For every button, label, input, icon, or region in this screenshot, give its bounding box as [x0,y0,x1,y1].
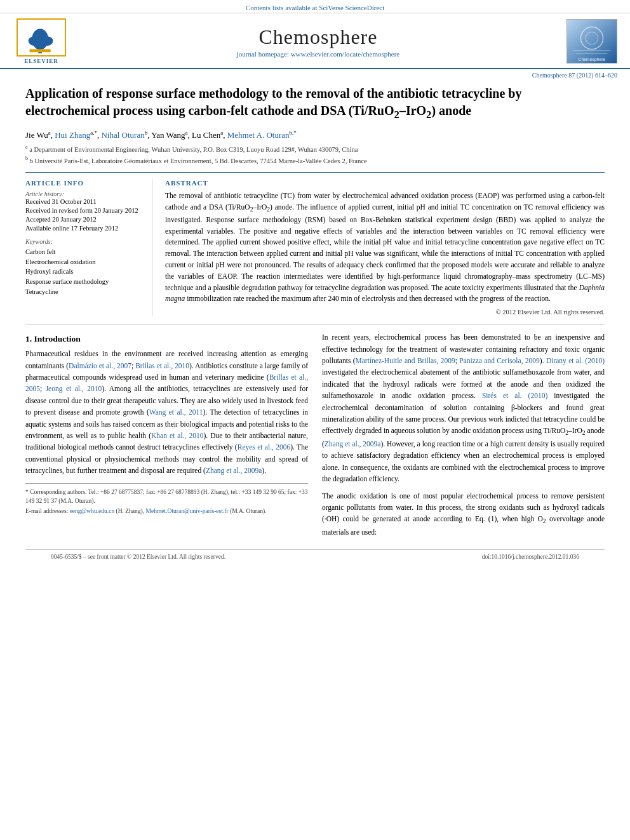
article-info-heading: ARTICLE INFO [25,179,143,187]
author-mehmet-oturan: Mehmet A. Oturan [227,130,290,140]
body-right-col: In recent years, electrochemical process… [322,331,605,543]
issn-line: 0045-6535/$ – see front matter © 2012 El… [51,554,225,560]
author-hui-zhang: Hui Zhang [55,130,90,140]
homepage-label: journal homepage: [237,50,289,58]
main-content: Application of response surface methodol… [0,79,630,577]
journal-cover-image: Chemosphere [567,19,617,63]
ref-panizza[interactable]: Panizza and Cerisola, 2009 [459,357,540,364]
received-date: Received 31 October 2011 [25,198,143,205]
section-divider [25,324,605,325]
elsevier-logo-icon [18,17,65,58]
intro-heading: 1. Introduction [25,334,308,344]
ref-jeong[interactable]: Jeong et al., 2010 [46,385,102,392]
page: Contents lists available at SciVerse Sci… [0,0,630,840]
sub2: 2 [426,109,431,121]
author-yan-wang: Yan Wang [151,130,185,140]
ref-martinez[interactable]: Martínez-Huitle and Brillas, 2009 [356,357,455,364]
svg-rect-4 [30,49,51,52]
email-hint-1: (H. Zhang), [114,508,145,514]
body-section: 1. Introduction Pharmaceutical residues … [25,331,605,543]
ref-reyes[interactable]: Reyes et al., 2006 [238,443,291,451]
keyword-4: Response surface methodology [25,277,143,287]
keywords-label: Keywords: [25,238,143,245]
journal-homepage: journal homepage: www.elsevier.com/locat… [70,50,566,58]
keyword-3: Hydroxyl radicals [25,267,143,277]
copyright-line: © 2012 Elsevier Ltd. All rights reserved… [165,309,605,316]
email-hint-2: (M.A. Oturan). [229,508,267,514]
footnote-area: * Corresponding authors. Tel.: +86 27 68… [25,483,308,516]
daphnia-magna-italic: Daphnia magna [165,284,605,303]
authors: Jie Wua, Hui Zhanga,*, Nihal Oturanb, Ya… [25,129,605,142]
body-right-para-1: In recent years, electrochemical process… [322,331,605,484]
online-date: Available online 17 February 2012 [25,225,143,232]
email-link-1[interactable]: eeng@whu.edu.cn [70,508,114,514]
svg-point-3 [41,36,53,46]
ref-sires[interactable]: Sirés et al. (2010) [482,392,547,399]
abstract-col: ABSTRACT The removal of antibiotic tetra… [165,179,605,316]
bottom-bar: 0045-6535/$ – see front matter © 2012 El… [25,549,605,564]
sub1: 2 [394,109,399,121]
journal-thumbnail: Chemosphere [566,19,617,63]
elsevier-wordmark: ELSEVIER [24,58,58,64]
svg-text:Chemosphere: Chemosphere [579,57,606,62]
affiliation-b: b b Université Paris-Est, Laboratoire Gé… [25,155,605,166]
author-nihal-oturan: Nihal Oturan [101,130,144,140]
homepage-url[interactable]: www.elsevier.com/locate/chemosphere [291,50,400,58]
footnote-asterisk: * Corresponding authors. Tel.: +86 27 68… [25,488,308,506]
elsevier-logo: ELSEVIER [13,18,70,64]
article-ref-text: Chemosphere 87 (2012) 614–620 [532,72,617,79]
author-lu-chen: Lu Chen [192,130,220,140]
article-reference: Chemosphere 87 (2012) 614–620 [0,69,630,79]
elsevier-box [17,18,66,57]
svg-rect-5 [567,20,617,63]
abstract-heading: ABSTRACT [165,179,605,187]
author-jie-wu: Jie Wua [25,130,51,140]
email-link-2[interactable]: Mehmet.Oturan@univ-paris-est.fr [145,508,228,514]
revised-date: Received in revised form 20 January 2012 [25,207,143,214]
article-title: Application of response surface methodol… [25,85,605,123]
ref-brillas-2010[interactable]: Brillas et al., 2010 [135,362,189,370]
body-right-para-2: The anodic oxidation is one of most popu… [322,490,605,538]
title-text: Application of response surface methodol… [25,86,521,117]
sciverse-label: Contents lists available at SciVerse Sci… [246,4,384,11]
ref-wang-2011[interactable]: Wang et al., 2011 [149,408,203,416]
info-abstract-section: ARTICLE INFO Article history: Received 3… [25,172,605,316]
email-label: E-mail addresses: [25,508,70,514]
top-bar: Contents lists available at SciVerse Sci… [0,0,630,13]
keyword-5: Tetracycline [25,287,143,297]
article-info-col: ARTICLE INFO Article history: Received 3… [25,179,152,316]
journal-center: Chemosphere journal homepage: www.elsevi… [70,25,566,58]
ref-zhang-2009a-2[interactable]: Zhang et al., 2009a [325,440,381,448]
footnote-email: E-mail addresses: eeng@whu.edu.cn (H. Zh… [25,507,308,516]
svg-point-2 [29,36,41,46]
article-history-label: Article history: [25,190,143,197]
body-para-1: Pharmaceutical residues in the environme… [25,348,308,476]
ref-khan[interactable]: Khan et al., 2010 [151,432,203,439]
abstract-text: The removal of antibiotic tetracycline (… [165,190,605,305]
journal-name: Chemosphere [70,25,566,49]
doi-line: doi:10.1016/j.chemosphere.2012.01.036 [482,554,579,560]
journal-header: Contents lists available at SciVerse Sci… [0,0,630,79]
accepted-date: Accepted 20 January 2012 [25,216,143,223]
keyword-1: Carbon felt [25,247,143,257]
ref-dalmazio[interactable]: Dalmázio et al., 2007 [69,362,131,370]
ref-zhang-2009a[interactable]: Zhang et al., 2009a [206,467,262,474]
affiliation-a: a a Department of Environmental Engineer… [25,143,605,154]
journal-title-area: ELSEVIER Chemosphere journal homepage: w… [0,13,630,69]
affiliations: a a Department of Environmental Engineer… [25,143,605,166]
keyword-2: Electrochemical oxidation [25,257,143,267]
ref-dirany[interactable]: Dirany et al. (2010) [546,357,605,364]
body-left-col: 1. Introduction Pharmaceutical residues … [25,331,308,543]
